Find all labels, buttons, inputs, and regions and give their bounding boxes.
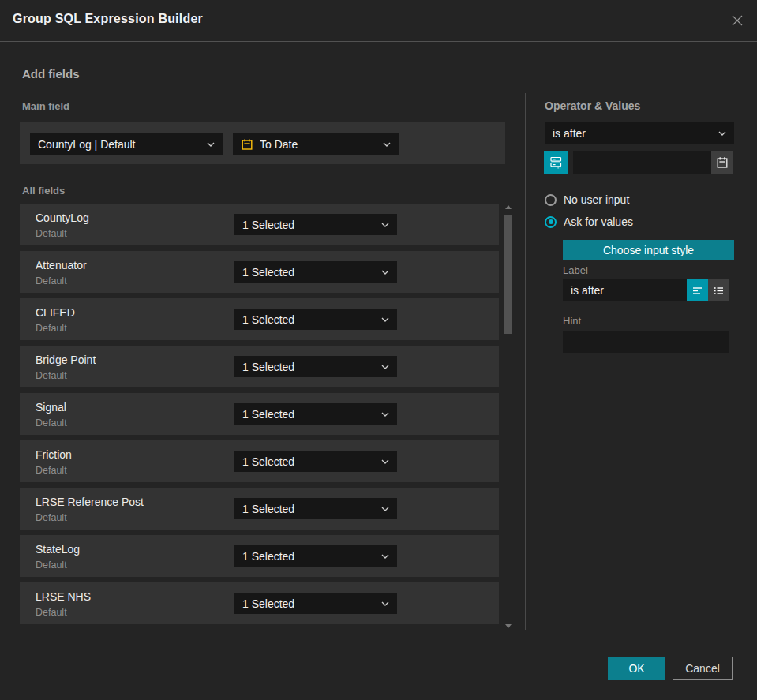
field-selected-value: 1 Selected bbox=[242, 266, 377, 279]
field-sublabel: Default bbox=[36, 607, 67, 618]
chevron-down-icon bbox=[381, 412, 389, 417]
hint-input[interactable] bbox=[563, 331, 729, 353]
main-field-select-value: CountyLog | Default bbox=[38, 138, 202, 151]
field-selected-dropdown[interactable]: 1 Selected bbox=[234, 498, 397, 519]
field-row: CLIFED Default 1 Selected bbox=[20, 298, 499, 340]
field-name: CountyLog bbox=[36, 211, 89, 224]
value-input[interactable] bbox=[573, 151, 711, 174]
field-row: Friction Default 1 Selected bbox=[20, 440, 499, 482]
all-fields-list: CountyLog Default 1 Selected Attenuator … bbox=[20, 204, 499, 630]
chevron-down-icon bbox=[381, 601, 389, 606]
field-sublabel: Default bbox=[36, 417, 67, 429]
field-sublabel: Default bbox=[36, 512, 67, 523]
chevron-down-icon bbox=[383, 142, 391, 147]
field-name: CLIFED bbox=[36, 306, 75, 319]
list-input-style-toggle[interactable] bbox=[708, 279, 729, 301]
chevron-down-icon bbox=[381, 223, 389, 227]
set-from-values-button[interactable] bbox=[544, 151, 568, 174]
field-sublabel: Default bbox=[36, 275, 67, 286]
field-selected-dropdown[interactable]: 1 Selected bbox=[234, 593, 397, 614]
ok-button[interactable]: OK bbox=[608, 657, 665, 680]
field-selected-dropdown[interactable]: 1 Selected bbox=[234, 545, 397, 567]
date-field-icon bbox=[241, 138, 253, 151]
field-name: LRSE NHS bbox=[36, 590, 91, 603]
field-sublabel: Default bbox=[36, 465, 67, 476]
field-name: LRSE Reference Post bbox=[36, 496, 144, 508]
radio-no-user-input-label: No user input bbox=[564, 193, 629, 206]
chevron-down-icon bbox=[381, 459, 389, 464]
date-picker-button[interactable] bbox=[711, 151, 733, 174]
radio-circle-selected-icon bbox=[545, 216, 557, 228]
field-selected-value: 1 Selected bbox=[242, 408, 377, 421]
close-button[interactable] bbox=[729, 12, 746, 29]
field-sublabel: Default bbox=[36, 228, 67, 239]
main-field-select[interactable]: CountyLog | Default bbox=[30, 133, 223, 155]
bullet-list-icon bbox=[713, 285, 725, 297]
field-name: Signal bbox=[36, 401, 66, 414]
operator-values-heading: Operator & Values bbox=[545, 99, 640, 112]
field-selected-value: 1 Selected bbox=[242, 455, 377, 468]
radio-no-user-input[interactable]: No user input bbox=[545, 193, 629, 206]
radio-ask-for-values-label: Ask for values bbox=[564, 215, 633, 228]
all-fields-label: All fields bbox=[22, 185, 65, 197]
field-row: StateLog Default 1 Selected bbox=[20, 535, 499, 577]
radio-ask-for-values[interactable]: Ask for values bbox=[545, 215, 633, 228]
field-selected-dropdown[interactable]: 1 Selected bbox=[234, 261, 397, 283]
radio-circle-icon bbox=[545, 194, 557, 206]
field-sublabel: Default bbox=[36, 370, 67, 381]
label-input[interactable] bbox=[563, 279, 687, 301]
dialog-title: Group SQL Expression Builder bbox=[13, 12, 203, 26]
add-fields-heading: Add fields bbox=[22, 67, 80, 80]
field-row: Signal Default 1 Selected bbox=[20, 393, 499, 435]
chevron-down-icon bbox=[207, 142, 215, 147]
field-selected-dropdown[interactable]: 1 Selected bbox=[234, 403, 397, 425]
field-row: Attenuator Default 1 Selected bbox=[20, 251, 499, 293]
field-name: StateLog bbox=[36, 543, 80, 556]
field-row: LRSE NHS Default 1 Selected bbox=[20, 582, 499, 624]
field-row: CountyLog Default 1 Selected bbox=[20, 204, 499, 245]
field-selected-value: 1 Selected bbox=[242, 550, 377, 563]
title-bar: Group SQL Expression Builder bbox=[0, 0, 757, 42]
field-selected-dropdown[interactable]: 1 Selected bbox=[234, 451, 397, 472]
main-field-date-select[interactable]: To Date bbox=[233, 133, 399, 155]
close-icon bbox=[730, 13, 744, 28]
chevron-down-icon bbox=[381, 507, 389, 511]
operator-select-value: is after bbox=[553, 127, 714, 140]
panel-divider bbox=[525, 93, 526, 630]
operator-select[interactable]: is after bbox=[545, 122, 734, 144]
field-selected-value: 1 Selected bbox=[242, 503, 377, 515]
cancel-button[interactable]: Cancel bbox=[673, 657, 733, 680]
field-selected-dropdown[interactable]: 1 Selected bbox=[234, 214, 397, 235]
scrollbar-thumb[interactable] bbox=[504, 215, 512, 334]
scrollbar-down-arrow-icon[interactable] bbox=[505, 624, 512, 628]
label-caption: Label bbox=[563, 264, 588, 276]
field-name: Bridge Point bbox=[36, 354, 96, 366]
field-name: Attenuator bbox=[36, 259, 87, 271]
main-field-band: CountyLog | Default To Date bbox=[20, 122, 505, 164]
chevron-down-icon bbox=[718, 131, 726, 136]
field-selected-value: 1 Selected bbox=[242, 361, 377, 373]
list-scrollbar[interactable] bbox=[503, 204, 514, 630]
value-list-icon bbox=[549, 155, 563, 169]
chevron-down-icon bbox=[381, 270, 389, 275]
hint-caption: Hint bbox=[563, 315, 581, 327]
field-selected-value: 1 Selected bbox=[242, 313, 377, 326]
field-row: Bridge Point Default 1 Selected bbox=[20, 346, 499, 387]
main-field-date-value: To Date bbox=[260, 138, 378, 151]
main-field-label: Main field bbox=[22, 100, 69, 112]
field-sublabel: Default bbox=[36, 560, 67, 571]
chevron-down-icon bbox=[381, 317, 389, 322]
field-selected-value: 1 Selected bbox=[242, 219, 377, 231]
calendar-icon bbox=[716, 156, 729, 169]
field-selected-value: 1 Selected bbox=[242, 597, 377, 610]
field-sublabel: Default bbox=[36, 323, 67, 334]
field-row: LRSE Reference Post Default 1 Selected bbox=[20, 488, 499, 530]
chevron-down-icon bbox=[381, 365, 389, 369]
field-selected-dropdown[interactable]: 1 Selected bbox=[234, 356, 397, 377]
chevron-down-icon bbox=[381, 554, 389, 559]
group-sql-expression-builder-dialog: Group SQL Expression Builder Add fields … bbox=[0, 0, 757, 700]
single-input-style-toggle[interactable] bbox=[687, 279, 708, 301]
choose-input-style-button[interactable]: Choose input style bbox=[563, 240, 734, 260]
field-selected-dropdown[interactable]: 1 Selected bbox=[234, 309, 397, 330]
scrollbar-up-arrow-icon[interactable] bbox=[505, 205, 512, 209]
